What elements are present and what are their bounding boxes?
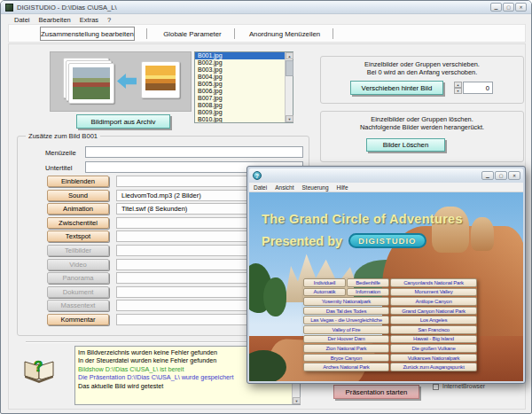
nav-bryce-canyon[interactable]: Bryce Canyon xyxy=(303,354,389,363)
nav-san-francisco[interactable]: San Francisco xyxy=(390,325,477,334)
delete-text-line1: Einzelbilder oder Gruppen löschen. xyxy=(320,115,524,123)
single-slide xyxy=(141,61,180,98)
tab-globale-parameter[interactable]: Globale Parameter xyxy=(153,27,232,41)
minimize-button[interactable]: ▁ xyxy=(490,3,502,12)
panorama-button: Panorama xyxy=(47,272,109,284)
nav-automatik[interactable]: Automatik xyxy=(303,288,346,297)
nav-los-angeles[interactable]: Los Angeles xyxy=(390,316,477,324)
file-list-item[interactable]: B009.jpg xyxy=(195,109,285,116)
menu-bearbeiten[interactable]: Bearbeiten xyxy=(35,15,75,25)
scroll-down-icon[interactable]: ▼ xyxy=(286,115,293,122)
move-text-line2: Bei 0 wird an den Anfang verschoben. xyxy=(320,68,524,76)
file-list-scrollbar[interactable]: ▲ ▼ xyxy=(285,52,293,122)
nav-zion[interactable]: Zion National Park xyxy=(303,344,389,353)
preview-menu-bar: Datei Ansicht Steuerung Hilfe xyxy=(249,183,523,192)
scroll-thumb[interactable] xyxy=(286,60,293,76)
book-question-icon: ? xyxy=(22,355,56,384)
nav-individuell[interactable]: Individuell xyxy=(303,278,346,287)
file-list-item[interactable]: B002.jpg xyxy=(195,59,285,66)
file-list-item[interactable]: B008.jpg xyxy=(195,102,285,109)
tab-separator xyxy=(234,28,235,39)
nav-antilope-canyon[interactable]: Antilope Canyon xyxy=(390,297,477,306)
nav-yosemity[interactable]: Yosemity Nationalpark xyxy=(303,297,389,306)
nav-zurueck[interactable]: Zurück zum Ausgangspunkt xyxy=(390,363,477,371)
main-window: DIGISTUDIO - D:\!Dias C\USA_L\ ▁ ▢ ✕ Dat… xyxy=(0,0,532,414)
textspot-button[interactable]: Textspot xyxy=(47,230,109,242)
teilbilder-button: Teilbilder xyxy=(47,245,109,256)
preview-minimize-button[interactable]: ▁ xyxy=(481,171,494,180)
file-list-item[interactable]: B010.jpg xyxy=(195,116,285,122)
menu-datei[interactable]: Datei xyxy=(10,15,35,25)
nav-tal-des-todes[interactable]: Das Tal des Todes xyxy=(303,307,389,316)
nav-las-vegas[interactable]: Las Vegas - die Unvergleichliche xyxy=(303,316,389,324)
file-list-item[interactable]: B004.jpg xyxy=(195,74,285,81)
preview-menu-ansicht[interactable]: Ansicht xyxy=(275,184,293,191)
scroll-down-icon[interactable]: ▼ xyxy=(293,397,301,404)
zusaetze-group-label: Zusätze zum Bild B001 xyxy=(26,132,100,140)
file-list-item[interactable]: B001.jpg xyxy=(195,52,285,59)
nav-grosse-vulkane[interactable]: Die großen Vulkane xyxy=(390,344,477,353)
bilder-loeschen-button[interactable]: Bilder Löschen xyxy=(366,138,445,152)
image-file-list[interactable]: B001.jpg B002.jpg B003.jpg B004.jpg B005… xyxy=(194,51,293,123)
nav-hawaii[interactable]: Hawaii - Big Island xyxy=(390,335,477,344)
delete-text-line2: Nachfolgende Bilder werden herangerückt. xyxy=(320,123,524,131)
tab-separator xyxy=(146,28,147,39)
preview-app-icon: ? xyxy=(253,171,262,180)
import-arrow-icon xyxy=(117,74,137,89)
preview-menu-datei[interactable]: Datei xyxy=(254,184,267,191)
menuzeile-input[interactable] xyxy=(85,146,303,158)
menuzeile-label: Menüzeile xyxy=(45,149,76,157)
preview-close-button[interactable]: ✕ xyxy=(508,171,520,180)
praesentation-starten-button[interactable]: Präsentation starten xyxy=(333,385,419,399)
animation-button[interactable]: Animation xyxy=(47,203,109,215)
file-list-item[interactable]: B006.jpg xyxy=(195,88,285,95)
preview-title-bar[interactable]: ? ▁ ▢ ✕ xyxy=(249,168,523,183)
file-list-item[interactable]: B007.jpg xyxy=(195,95,285,102)
einblenden-button[interactable]: Einblenden xyxy=(47,176,109,187)
presentation-title: The Grand Circle of Adventures xyxy=(262,212,463,226)
scroll-up-icon[interactable]: ▲ xyxy=(286,52,293,59)
preview-menu-hilfe[interactable]: Hilfe xyxy=(337,184,348,191)
position-spinner[interactable]: ▲▼ xyxy=(454,82,462,94)
title-bar[interactable]: DIGISTUDIO - D:\!Dias C\USA_L\ ▁ ▢ ✕ xyxy=(1,1,531,14)
nav-grand-canyon[interactable]: Grand Canyon National Park xyxy=(390,307,477,316)
spinner-down-icon[interactable]: ▼ xyxy=(454,88,462,94)
nav-bedienhilfe[interactable]: Bedienhilfe xyxy=(347,278,389,287)
move-text-line1: Einzelbilder oder Gruppen verschieben. xyxy=(320,60,524,68)
file-list-item[interactable]: B005.jpg xyxy=(195,81,285,88)
tab-zusammenstellung[interactable]: Zusammenstellung bearbeiten xyxy=(40,27,135,41)
file-list-item[interactable]: B003.jpg xyxy=(195,66,285,74)
digistudio-logo: DIGISTUDIO xyxy=(348,233,426,248)
sound-button[interactable]: Sound xyxy=(47,190,109,201)
zwischentitel-button[interactable]: Zwischentitel xyxy=(47,217,109,229)
app-icon xyxy=(5,4,13,12)
video-button: Video xyxy=(47,259,109,270)
internetbrowser-checkbox[interactable] xyxy=(433,384,439,390)
preview-menu-steuerung[interactable]: Steuerung xyxy=(302,184,329,191)
photo-tree xyxy=(263,277,286,316)
house-photo-thumbnail xyxy=(73,67,110,99)
tab-separator xyxy=(332,28,333,39)
nav-canyonlands[interactable]: Canyonlands National Park xyxy=(390,278,477,287)
nav-hoover-dam[interactable]: Der Hoover Dam xyxy=(303,335,389,344)
menu-help[interactable]: ? xyxy=(103,15,115,25)
bildimport-button[interactable]: Bildimport aus Archiv xyxy=(76,114,170,129)
nav-valley-of-fire[interactable]: Valley of Fire xyxy=(303,325,389,334)
tab-anordnung-menuzeilen[interactable]: Anordnung Menüzeilen xyxy=(238,27,332,41)
verschieben-button[interactable]: Verschieben hinter Bild xyxy=(350,81,443,95)
position-input[interactable] xyxy=(463,82,493,94)
spinner-up-icon[interactable]: ▲ xyxy=(454,82,462,88)
nav-information[interactable]: Information xyxy=(347,288,389,297)
dokument-button: Dokument xyxy=(47,286,109,298)
preview-window: ? ▁ ▢ ✕ Datei Ansicht Steuerung Hilfe xyxy=(246,166,526,384)
kommentar-button[interactable]: Kommentar xyxy=(47,314,109,325)
nav-vulkanoes[interactable]: Vulkanoes Nationalpark xyxy=(390,354,477,363)
maximize-button[interactable]: ▢ xyxy=(503,3,514,12)
nav-arches[interactable]: Arches National Park xyxy=(303,363,389,371)
sunset-photo-thumbnail xyxy=(145,66,176,90)
preview-maximize-button[interactable]: ▢ xyxy=(495,171,507,180)
untertitel-label: Untertitel xyxy=(45,164,72,172)
nav-monument-valley[interactable]: Monument Valley xyxy=(390,288,477,297)
menu-extras[interactable]: Extras xyxy=(75,15,103,25)
close-button[interactable]: ✕ xyxy=(515,3,527,12)
